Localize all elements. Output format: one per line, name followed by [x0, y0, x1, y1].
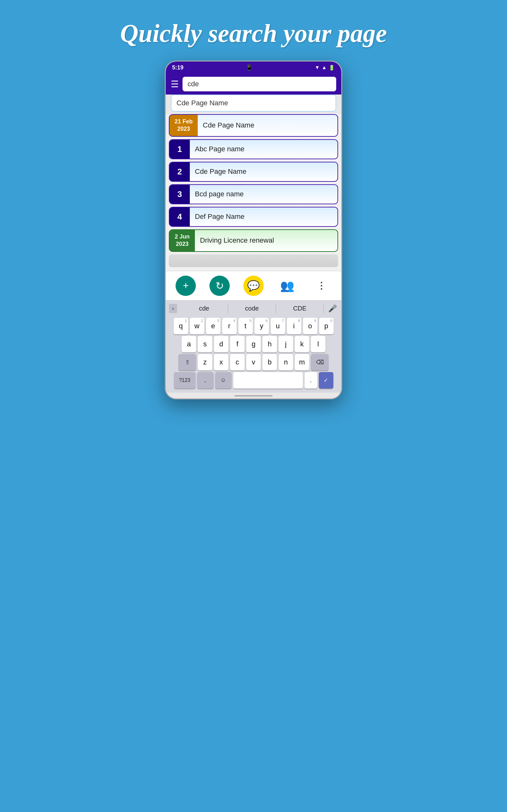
phone-bottom-bar [166, 393, 341, 398]
page-title: Quickly search your page [120, 19, 387, 48]
date-badge-feb: 21 Feb 2023 [170, 115, 198, 136]
battery-icon: 🔋 [329, 65, 335, 71]
entry-text-feb: Cde Page Name [198, 115, 337, 136]
date-entry-feb[interactable]: 21 Feb 2023 Cde Page Name [169, 114, 338, 137]
page-number-1: 1 [170, 140, 190, 159]
keyboard-row-bottom: ?123 , ☺ . ✓ [166, 372, 341, 389]
refresh-button[interactable]: ↻ [210, 275, 230, 296]
key-a[interactable]: a [181, 336, 196, 352]
microphone-icon[interactable]: 🎤 [324, 303, 341, 314]
app-content: 21 Feb 2023 Cde Page Name 1 Abc Page nam… [166, 114, 341, 271]
page-name-1: Abc Page name [190, 140, 337, 159]
key-p[interactable]: 0p [319, 318, 334, 334]
suggest-word-2[interactable]: code [228, 304, 276, 313]
key-comma[interactable]: , [197, 372, 214, 389]
keyboard-row-1: 1q 2w 3e 4r 5t 6y 7u 8i 9o 0p [166, 318, 341, 334]
key-123[interactable]: ?123 [174, 372, 195, 389]
key-c[interactable]: c [230, 354, 245, 370]
key-u[interactable]: 7u [271, 318, 285, 334]
key-n[interactable]: n [279, 354, 293, 370]
key-r[interactable]: 4r [222, 318, 237, 334]
page-item-4[interactable]: 4 Def Page Name [169, 207, 338, 227]
page-item-1[interactable]: 1 Abc Page name [169, 139, 338, 159]
key-y[interactable]: 6y [255, 318, 269, 334]
key-shift[interactable]: ⇧ [178, 354, 196, 370]
keyboard-suggestions: › cde code CDE 🎤 [166, 300, 341, 316]
key-space[interactable] [233, 372, 303, 389]
driving-date-year: 2023 [176, 241, 188, 248]
page-number-4: 4 [170, 207, 190, 226]
key-h[interactable]: h [262, 336, 277, 352]
status-bar: 5:19 📱 ▼ ▲ 🔋 [166, 61, 341, 73]
key-b[interactable]: b [262, 354, 277, 370]
date-year-feb: 2023 [177, 125, 190, 133]
wifi-icon: ▼ [315, 65, 320, 70]
key-o[interactable]: 9o [303, 318, 318, 334]
date-day-feb: 21 Feb [175, 118, 193, 125]
key-q[interactable]: 1q [174, 318, 188, 334]
app-header: ☰ cde [166, 73, 341, 95]
key-k[interactable]: k [295, 336, 309, 352]
key-emoji[interactable]: ☺ [215, 372, 232, 389]
keyboard-row-3: ⇧ z x c v b n m ⌫ [166, 354, 341, 370]
bottom-toolbar: + ↻ 💬 👥 ⋮ [166, 271, 341, 300]
keyboard-row-2: a s d f g h j k l [166, 336, 341, 352]
driving-entry[interactable]: 2 Jun 2023 Driving Licence renewal [169, 229, 338, 252]
page-name-2: Cde Page Name [190, 162, 337, 181]
key-delete[interactable]: ⌫ [311, 354, 329, 370]
more-button[interactable]: ⋮ [311, 275, 331, 296]
driving-date-badge: 2 Jun 2023 [170, 230, 195, 251]
home-indicator [234, 395, 273, 397]
chat-button[interactable]: 💬 [243, 275, 264, 296]
driving-date-day: 2 Jun [175, 233, 189, 241]
key-done[interactable]: ✓ [319, 372, 333, 389]
page-item-3[interactable]: 3 Bcd page name [169, 184, 338, 204]
signal-icon: ▲ [322, 65, 327, 70]
key-w[interactable]: 2w [190, 318, 205, 334]
page-item-2[interactable]: 2 Cde Page Name [169, 162, 338, 182]
key-v[interactable]: v [246, 354, 261, 370]
add-button[interactable]: + [176, 275, 196, 296]
key-m[interactable]: m [295, 354, 309, 370]
key-z[interactable]: z [198, 354, 212, 370]
key-t[interactable]: 5t [238, 318, 253, 334]
search-dropdown[interactable]: Cde Page Name [171, 95, 336, 112]
key-e[interactable]: 3e [206, 318, 221, 334]
page-number-3: 3 [170, 185, 190, 204]
status-time: 5:19 [172, 64, 183, 71]
key-f[interactable]: f [230, 336, 245, 352]
page-name-4: Def Page Name [190, 207, 337, 226]
key-x[interactable]: x [214, 354, 228, 370]
page-name-3: Bcd page name [190, 185, 337, 204]
key-d[interactable]: d [214, 336, 228, 352]
menu-button[interactable]: ☰ [171, 79, 179, 90]
faded-content [169, 254, 338, 267]
key-period[interactable]: . [304, 372, 317, 389]
key-s[interactable]: s [198, 336, 212, 352]
search-input[interactable]: cde [182, 77, 336, 91]
page-number-2: 2 [170, 162, 190, 181]
suggest-word-1[interactable]: cde [180, 304, 228, 313]
suggest-expand-arrow[interactable]: › [169, 304, 177, 313]
key-j[interactable]: j [279, 336, 293, 352]
key-i[interactable]: 8i [287, 318, 301, 334]
key-g[interactable]: g [246, 336, 261, 352]
suggest-word-3[interactable]: CDE [276, 304, 324, 313]
phone-frame: 5:19 📱 ▼ ▲ 🔋 ☰ cde Cde Page Name 21 Feb … [165, 61, 342, 399]
status-sim-icon: 📱 [245, 64, 252, 71]
keyboard: 1q 2w 3e 4r 5t 6y 7u 8i 9o 0p a s d f g … [166, 316, 341, 393]
status-icons: ▼ ▲ 🔋 [315, 65, 335, 71]
driving-entry-text: Driving Licence renewal [195, 230, 337, 251]
key-l[interactable]: l [311, 336, 326, 352]
people-button[interactable]: 👥 [277, 275, 297, 296]
